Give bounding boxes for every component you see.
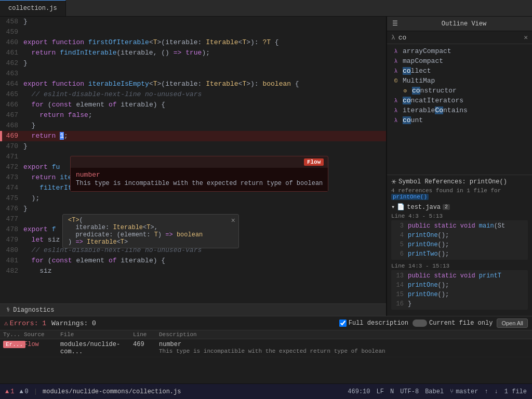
column-source: Source bbox=[21, 330, 57, 339]
diag-description: number This type is incompatible with th… bbox=[156, 339, 532, 356]
table-header: Ty... Source File Line Description bbox=[0, 330, 532, 339]
outline-view-title: Outline View bbox=[401, 20, 527, 28]
lambda-icon: λ bbox=[392, 107, 400, 114]
diag-type: Er... bbox=[0, 339, 21, 350]
status-syntax: Babel bbox=[425, 388, 444, 395]
column-description: Description bbox=[156, 330, 532, 339]
diagnostics-icon: ⚕ bbox=[6, 306, 10, 314]
line-content: printOne(); bbox=[408, 232, 449, 239]
open-all-button[interactable]: Open All bbox=[497, 318, 528, 328]
table-row: 481 for (const element of iterable) { bbox=[0, 256, 386, 266]
line-number: 476 bbox=[0, 204, 23, 214]
outline-search-input[interactable] bbox=[398, 34, 521, 42]
autocomplete-text: <T>( iterable: Iterable<T>, predicate: (… bbox=[68, 217, 203, 246]
outline-item-count[interactable]: λ count bbox=[387, 115, 532, 125]
active-tab[interactable]: collection.js bbox=[0, 0, 66, 16]
close-icon[interactable]: × bbox=[231, 217, 235, 225]
table-row: 475 ); bbox=[0, 193, 386, 204]
outline-list: λ arrayCompact λ mapCompact λ collect © … bbox=[387, 44, 532, 175]
status-errors: ▲ 1 bbox=[5, 388, 14, 395]
line-number: 463 bbox=[0, 69, 23, 79]
diagnostics-section: ⚠ Errors: 1 Warnings: 0 Full description… bbox=[0, 316, 532, 383]
diag-source: Flow bbox=[21, 339, 57, 350]
line-number: 462 bbox=[0, 58, 23, 69]
clear-icon[interactable]: ✕ bbox=[524, 33, 528, 42]
status-filepath: modules/nuclide-commons/collection.js bbox=[43, 388, 181, 395]
outline-search-box[interactable]: λ ✕ bbox=[387, 31, 532, 44]
outline-item-iterableContains[interactable]: λ iterableContains bbox=[387, 105, 532, 115]
outline-item-constructor[interactable]: ⊙ constructor bbox=[387, 86, 532, 96]
line-number: 482 bbox=[0, 266, 23, 276]
status-lf: LF bbox=[377, 388, 384, 395]
outline-item-mapCompact[interactable]: λ mapCompact bbox=[387, 56, 532, 66]
refs-file-name: test.java bbox=[407, 204, 441, 211]
line-content: public static void main(St bbox=[408, 222, 505, 230]
current-file-toggle[interactable] bbox=[413, 320, 427, 327]
line-content bbox=[23, 69, 386, 79]
line-content: } bbox=[23, 204, 386, 214]
status-right: 469:10 LF N UTF-8 Babel ⑂ master ↑ ↓ 1 f… bbox=[348, 388, 527, 395]
outline-item-collect[interactable]: λ collect bbox=[387, 66, 532, 76]
list-item: 13 public static void printT bbox=[394, 271, 525, 281]
line-number: 475 bbox=[0, 193, 23, 204]
refs-file-badge: 2 bbox=[443, 204, 450, 210]
line-number: 4 bbox=[394, 232, 404, 239]
line-number: 477 bbox=[0, 214, 23, 224]
current-file-only-label[interactable]: Current file only bbox=[413, 320, 493, 327]
circle-icon: © bbox=[392, 77, 400, 85]
separator: | bbox=[34, 388, 37, 395]
outline-icon: ☰ bbox=[392, 20, 398, 28]
line-content: export function iterableIsEmpty<T>(itera… bbox=[23, 79, 386, 89]
full-description-label[interactable]: Full description bbox=[339, 320, 408, 327]
refs-file: ▾ 📄 test.java 2 bbox=[391, 203, 528, 211]
refs-range-2: Line 14:3 - 15:13 bbox=[391, 263, 528, 269]
outline-item-multimap[interactable]: © MultiMap bbox=[387, 76, 532, 86]
lambda-icon: λ bbox=[392, 48, 400, 55]
table-row: 462 } bbox=[0, 58, 386, 69]
list-item: 4 printOne(); bbox=[394, 231, 525, 240]
full-description-checkbox[interactable] bbox=[339, 320, 347, 327]
outline-item-arrayCompact[interactable]: λ arrayCompact bbox=[387, 46, 532, 56]
autocomplete-item[interactable]: <T>( iterable: Iterable<T>, predicate: (… bbox=[63, 215, 238, 248]
line-content: siz bbox=[23, 266, 386, 276]
diagnostics-bar: ⚕ Diagnostics bbox=[0, 303, 386, 316]
line-content: return 1; bbox=[23, 131, 386, 141]
line-content: printOne(); bbox=[408, 291, 449, 298]
line-number: 474 bbox=[0, 183, 23, 193]
line-number: 460 bbox=[0, 37, 23, 48]
table-row: 467 return false; bbox=[0, 110, 386, 121]
outline-item-concatIterators[interactable]: λ concatIterators bbox=[387, 96, 532, 105]
lambda-icon: λ bbox=[392, 97, 400, 104]
outline-item-label: constructor bbox=[412, 87, 457, 95]
table-row: 470 } bbox=[0, 141, 386, 152]
line-content bbox=[23, 27, 386, 37]
arrow-down-icon: ↓ bbox=[495, 388, 498, 395]
line-number: 473 bbox=[0, 172, 23, 183]
code-editor[interactable]: 458 } 459 460 export function firstOfIte… bbox=[0, 17, 387, 316]
symbol-refs-title: Symbol References: printOne() bbox=[398, 178, 507, 185]
line-content: } bbox=[23, 17, 386, 27]
list-item: 6 printTwo(); bbox=[394, 249, 525, 259]
list-item: 14 printOne(); bbox=[394, 281, 525, 290]
table-row: 460 export function firstOfIterable<T>(i… bbox=[0, 37, 386, 48]
line-content: } bbox=[23, 121, 386, 131]
list-item: 16 } bbox=[394, 299, 525, 309]
tab-bar: collection.js bbox=[0, 0, 532, 17]
line-number: 466 bbox=[0, 100, 23, 110]
line-number: 459 bbox=[0, 27, 23, 37]
refs-code-block-2: 13 public static void printT 14 printOne… bbox=[391, 270, 528, 310]
line-number: 472 bbox=[0, 162, 23, 172]
warning-icon: ▲ bbox=[19, 388, 23, 395]
line-number: 14 bbox=[394, 282, 404, 289]
outline-item-label: collect bbox=[403, 67, 431, 75]
line-number: 481 bbox=[0, 256, 23, 266]
table-row[interactable]: Er... Flow modules/nuclide-com... 469 nu… bbox=[0, 339, 532, 357]
column-line: Line bbox=[130, 330, 156, 339]
table-row: 461 return findInIterable(iterable, () =… bbox=[0, 48, 386, 58]
diag-counts: ⚠ Errors: 1 Warnings: 0 bbox=[4, 319, 334, 327]
error-type: number bbox=[76, 171, 323, 179]
outline-item-label: arrayCompact bbox=[403, 47, 451, 55]
table-row: 458 } bbox=[0, 17, 386, 27]
line-content: } bbox=[23, 141, 386, 152]
status-encoding: UTF-8 bbox=[400, 388, 419, 395]
